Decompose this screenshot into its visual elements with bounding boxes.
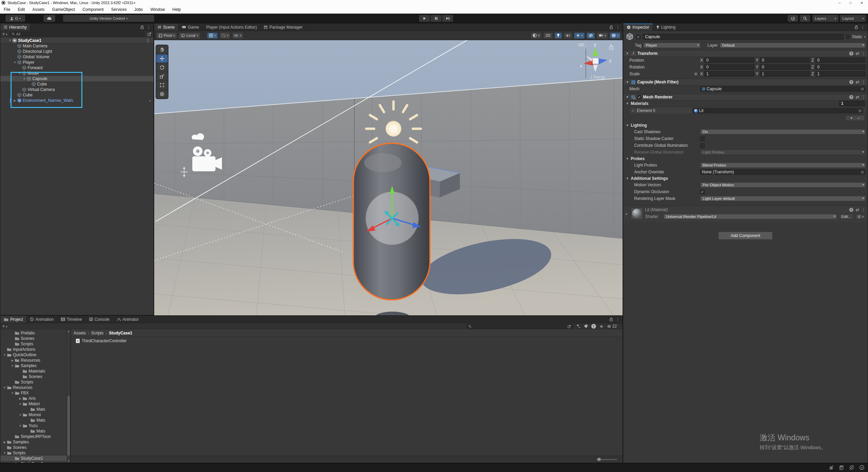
material-element-row[interactable]: = Element 0 Lit⊙ <box>629 107 866 114</box>
scene-lighting-toggle[interactable] <box>554 32 562 39</box>
foldout-arrow[interactable]: ▼ <box>10 364 15 367</box>
breadcrumb-studycase1[interactable]: StudyCase1 <box>109 331 132 335</box>
tab-player-input-actions-editor[interactable]: Player (Input Actions Editor) <box>203 23 261 31</box>
project-folder-scenes[interactable]: Scenes <box>0 336 67 341</box>
prefab-children-chevron[interactable]: › <box>149 98 154 103</box>
materials-foldout[interactable]: ▼Materials 1 <box>623 100 868 107</box>
material-thumbnail[interactable] <box>631 207 643 220</box>
scene-viewport[interactable]: y x z ⟨ Persp <box>154 40 623 316</box>
kebab-menu-icon[interactable]: ⋮ <box>862 207 866 212</box>
scene-effects-toggle[interactable]: ▾ <box>574 32 585 39</box>
project-folder-studycase1[interactable]: StudyCase1 <box>0 456 67 461</box>
menu-file[interactable]: File <box>0 7 14 12</box>
step-button[interactable] <box>442 15 453 22</box>
add-material-button[interactable]: + <box>850 116 853 121</box>
search-by-label-icon[interactable] <box>584 324 588 328</box>
hierarchy-item-virtual-camera[interactable]: Virtual Camera <box>0 87 154 92</box>
auto-refresh-disabled-icon[interactable] <box>849 465 854 470</box>
foldout-arrow[interactable]: ▼ <box>13 61 17 64</box>
foldout-arrow[interactable]: ▼ <box>2 452 7 455</box>
foldout-arrow[interactable]: ▶ <box>2 441 7 444</box>
remove-material-button[interactable]: − <box>857 116 860 121</box>
tab-hierarchy[interactable]: Hierarchy <box>0 23 30 31</box>
project-folder-scripts[interactable]: Scripts <box>0 379 67 385</box>
close-button[interactable]: ✕ <box>861 1 863 5</box>
favorites-star-icon[interactable]: ★ <box>599 324 604 329</box>
tree-scrollbar[interactable]: ▲ ▼ <box>67 329 70 463</box>
pause-button[interactable] <box>431 15 441 22</box>
lock-icon[interactable] <box>609 25 613 29</box>
static-shadow-caster-checkbox[interactable] <box>700 137 705 141</box>
shader-list-button[interactable]: ▾ <box>855 214 866 219</box>
overlay-menu-grip[interactable] <box>578 44 584 46</box>
active-checkbox[interactable]: ✓ <box>636 35 641 39</box>
project-folder-scripts[interactable]: ▼Scripts <box>0 450 67 456</box>
project-folder-materials[interactable]: Materials <box>0 368 67 374</box>
drag-handle-icon[interactable]: = <box>632 108 634 113</box>
project-folder-scenes[interactable]: Scenes <box>0 374 67 379</box>
menu-edit[interactable]: Edit <box>14 7 29 12</box>
debugger-disabled-icon[interactable] <box>829 465 834 470</box>
account-button[interactable]: G▾ <box>5 15 25 22</box>
scene-camera-settings[interactable]: ▾ <box>597 32 608 39</box>
project-add-button[interactable]: + ▾ <box>2 324 7 329</box>
importance-filter-icon[interactable]: ! <box>591 324 596 329</box>
menu-services[interactable]: Services <box>107 7 130 12</box>
section-additional-settings[interactable]: ▼Additional Settings <box>623 175 868 182</box>
foldout-arrow[interactable]: ▶ <box>10 359 15 362</box>
project-folder-midori[interactable]: ▼Midori <box>0 401 67 407</box>
scrollbar-thumb[interactable] <box>67 396 70 456</box>
layer-dropdown[interactable]: Default <box>720 43 866 48</box>
contribute-global-illumination-checkbox[interactable] <box>700 143 705 148</box>
renderer-enabled-checkbox[interactable]: ✓ <box>637 95 641 99</box>
object-picker-icon[interactable]: ⊙ <box>861 170 864 174</box>
hierarchy-item-global-volume[interactable]: Global Volume <box>0 54 154 60</box>
project-folder-momoi[interactable]: ▼Momoi <box>0 412 67 418</box>
kebab-menu-icon[interactable]: ⋮ <box>146 38 154 43</box>
hierarchy-item-environment-narrow-walls[interactable]: ▶Environment_Narrow_Walls› <box>0 98 154 103</box>
presets-icon[interactable]: ⇄ <box>856 95 859 99</box>
static-dropdown-caret[interactable]: ▾ <box>864 35 866 38</box>
hierarchy-item-directional-light[interactable]: Directional Light <box>0 49 154 54</box>
dynamic-occlusion-checkbox[interactable]: ✓ <box>700 190 705 194</box>
kebab-menu-icon[interactable]: ⋮ <box>862 51 866 56</box>
asset-thirdcharactercontroller[interactable]: #ThirdCharacterController <box>76 338 623 344</box>
object-picker-icon[interactable]: ⊙ <box>858 109 862 113</box>
lock-icon[interactable] <box>854 25 858 29</box>
hidden-items-toggle[interactable]: 22 <box>607 324 617 329</box>
constrain-proportions-icon[interactable]: ⊘ <box>694 72 700 76</box>
rotate-tool[interactable] <box>156 63 168 72</box>
menu-help[interactable]: Help <box>169 7 185 12</box>
hierarchy-item-main-camera[interactable]: Main Camera <box>0 43 154 49</box>
project-search-input[interactable] <box>466 324 574 329</box>
cache-server-disconnected-icon[interactable] <box>839 465 844 470</box>
project-folder-mats[interactable]: Mats <box>0 428 67 434</box>
project-folder-resources[interactable]: ▼Resources <box>0 385 67 390</box>
foldout-arrow[interactable]: ▼ <box>18 413 22 416</box>
open-new-window-icon[interactable] <box>567 325 571 328</box>
hierarchy-item-studycase1[interactable]: ▼StudyCase1⋮ <box>0 38 154 43</box>
foldout-arrow[interactable]: ▼ <box>2 353 7 357</box>
lock-icon[interactable] <box>610 45 613 49</box>
foldout-arrow[interactable]: ▶ <box>13 99 17 102</box>
project-folder-samples[interactable]: ▶Samples <box>0 439 67 445</box>
tab-console[interactable]: Console <box>86 316 113 323</box>
static-checkbox[interactable] <box>846 35 850 39</box>
orientation-gizmo-overlay[interactable]: y x z ⟨ Persp <box>576 42 616 81</box>
project-folder-resources[interactable]: ▶Resources <box>0 358 67 363</box>
hierarchy-item-capsule[interactable]: ▼Capsule <box>0 76 154 81</box>
presets-icon[interactable]: ⇄ <box>856 207 859 212</box>
project-folder-aris[interactable]: ▶Aris <box>0 396 67 401</box>
transform-rotation-y-field[interactable]: 0 <box>760 64 810 70</box>
tab-timeline[interactable]: Timeline <box>58 316 86 323</box>
motion-vectors-dropdown[interactable]: Per Object Motion <box>700 182 866 188</box>
layers-dropdown[interactable]: Layers▾ <box>813 15 838 22</box>
help-icon[interactable]: ? <box>849 51 853 56</box>
presets-icon[interactable]: ⇄ <box>856 80 859 84</box>
materials-count-field[interactable]: 1 <box>839 101 865 106</box>
tab-scene[interactable]: Scene <box>154 23 178 31</box>
transform-scale-x-field[interactable]: 1 <box>704 71 754 77</box>
persp-toggle[interactable]: ⟨ Persp <box>591 75 605 80</box>
project-folder-simpleurptoon[interactable]: SimpleURPToon <box>0 434 67 439</box>
shader-edit-button[interactable]: Edit... <box>839 214 853 219</box>
